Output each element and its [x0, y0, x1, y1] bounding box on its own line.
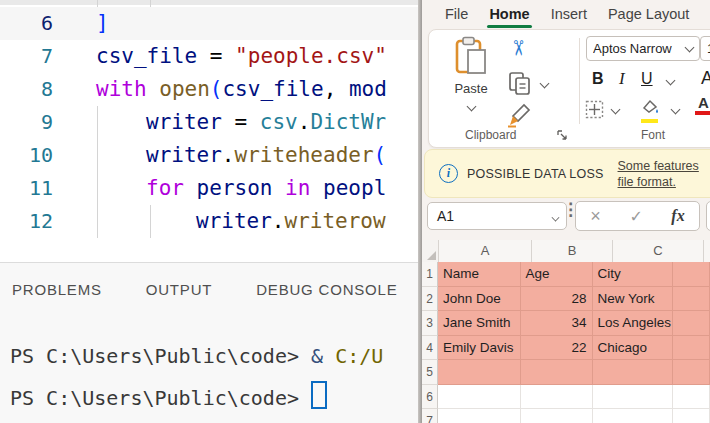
- row-header-5[interactable]: 5: [422, 360, 438, 385]
- code-line-12[interactable]: 12writer.writerow: [0, 205, 418, 238]
- ribbon-tab-insert[interactable]: Insert: [549, 2, 589, 26]
- sheet-rows: 1NameAgeCity2John Doe28New York3Jane Smi…: [422, 262, 710, 423]
- cell-D4[interactable]: [673, 336, 710, 361]
- cell-D2[interactable]: [673, 287, 710, 312]
- code-line-8[interactable]: 8with open(csv_file, mod: [0, 73, 418, 106]
- fill-bucket-icon: [641, 99, 660, 114]
- row-header-6[interactable]: 6: [422, 385, 438, 410]
- increase-font-size-button[interactable]: A: [701, 68, 710, 89]
- column-header-C[interactable]: C: [613, 240, 704, 262]
- cell-A3[interactable]: Jane Smith: [438, 311, 521, 336]
- cancel-entry-icon[interactable]: ×: [590, 206, 601, 227]
- cell-D1[interactable]: [673, 262, 710, 287]
- fill-color-button[interactable]: [641, 99, 660, 123]
- terminal[interactable]: PS C:\Users\Public\code> & C:/UPS C:\Use…: [10, 335, 418, 419]
- code-line-11[interactable]: 11for person in peopl: [0, 172, 418, 205]
- code-line-6[interactable]: 6]: [0, 7, 418, 40]
- paste-button[interactable]: Paste: [447, 36, 495, 114]
- cell-C1[interactable]: City: [593, 262, 674, 287]
- confirm-entry-icon[interactable]: ✓: [629, 207, 642, 226]
- select-all-button[interactable]: [422, 240, 439, 262]
- cell-D7[interactable]: [673, 409, 710, 423]
- cell-B1[interactable]: Age: [521, 262, 593, 287]
- ribbon-tab-home[interactable]: Home: [487, 2, 531, 26]
- line-number: 6: [0, 7, 53, 40]
- row-header-1[interactable]: 1: [422, 262, 438, 287]
- code-text: writer.writerow: [96, 205, 386, 238]
- cell-D3[interactable]: [673, 311, 710, 336]
- font-color-button[interactable]: A: [695, 96, 710, 115]
- cell-C5[interactable]: [593, 360, 674, 385]
- borders-chevron-icon[interactable]: [611, 105, 621, 115]
- copy-icon[interactable]: [507, 70, 533, 96]
- terminal-token: C:/U: [335, 344, 383, 368]
- line-number: 11: [0, 172, 53, 205]
- cell-C2[interactable]: New York: [593, 287, 674, 312]
- cell-D5[interactable]: [673, 360, 710, 385]
- column-header-row: ABC: [422, 240, 710, 263]
- code-line-9[interactable]: 9writer = csv.DictWr: [0, 106, 418, 139]
- format-painter-icon[interactable]: [503, 100, 533, 128]
- cell-C7[interactable]: [593, 409, 674, 423]
- cell-C6[interactable]: [593, 385, 674, 410]
- column-header-A[interactable]: A: [439, 240, 532, 262]
- cell-B6[interactable]: [521, 385, 593, 410]
- cell-B4[interactable]: 22: [521, 336, 593, 361]
- font-size-combo[interactable]: 11: [700, 36, 710, 61]
- bottom-panel: PROBLEMS OUTPUT DEBUG CONSOLE PS C:\User…: [0, 262, 418, 423]
- cell-C4[interactable]: Chicago: [593, 336, 674, 361]
- underline-button[interactable]: U: [641, 70, 653, 88]
- tab-problems[interactable]: PROBLEMS: [12, 281, 102, 298]
- bold-button[interactable]: B: [592, 70, 604, 88]
- token: with: [96, 77, 147, 101]
- insert-function-icon[interactable]: fx: [671, 207, 684, 225]
- paste-chevron-icon[interactable]: [466, 102, 476, 112]
- terminal-line-1: PS C:\Users\Public\code> & C:/U: [10, 335, 418, 377]
- token: writerow: [285, 209, 386, 233]
- terminal-cursor[interactable]: [311, 381, 327, 409]
- row-header-7[interactable]: 7: [422, 409, 438, 423]
- cell-D6[interactable]: [673, 385, 710, 410]
- formula-input[interactable]: Name: [706, 201, 710, 231]
- row-header-2[interactable]: 2: [422, 287, 438, 312]
- code-editor[interactable]: 6]7csv_file = "people.csv"8with open(csv…: [0, 0, 418, 262]
- name-box-value: A1: [437, 208, 454, 224]
- italic-button[interactable]: I: [619, 69, 625, 89]
- underline-chevron-icon[interactable]: [666, 76, 676, 86]
- cell-B7[interactable]: [521, 409, 593, 423]
- name-box[interactable]: A1: [427, 202, 567, 230]
- code-text: ]: [96, 7, 109, 40]
- copy-chevron-icon[interactable]: [540, 79, 550, 89]
- code-line-7[interactable]: 7csv_file = "people.csv": [0, 40, 418, 73]
- clipboard-dialog-launcher-icon[interactable]: [557, 130, 568, 141]
- font-name-combo[interactable]: Aptos Narrow: [586, 36, 700, 61]
- token: writeheader: [235, 143, 374, 167]
- cell-A5[interactable]: [438, 360, 521, 385]
- tab-output[interactable]: OUTPUT: [146, 281, 212, 298]
- ribbon-tab-file[interactable]: File: [443, 2, 470, 26]
- row-header-4[interactable]: 4: [422, 336, 438, 361]
- cell-A1[interactable]: Name: [438, 262, 521, 287]
- column-header-B[interactable]: B: [532, 240, 613, 262]
- ribbon-tab-page-layout[interactable]: Page Layout: [606, 2, 691, 26]
- cell-A2[interactable]: John Doe: [438, 287, 521, 312]
- warning-link[interactable]: Some features file format.: [618, 158, 699, 190]
- code-text: writer.writeheader(: [96, 139, 386, 172]
- font-group-label: Font: [641, 128, 665, 142]
- cell-A7[interactable]: [438, 409, 521, 423]
- token: csv_file: [222, 77, 323, 101]
- cut-scissors-icon[interactable]: ✂: [506, 39, 530, 57]
- column-header-D[interactable]: [704, 240, 710, 262]
- borders-icon[interactable]: [585, 100, 604, 119]
- tab-debug-console[interactable]: DEBUG CONSOLE: [256, 281, 397, 298]
- row-header-3[interactable]: 3: [422, 311, 438, 336]
- cell-B3[interactable]: 34: [521, 311, 593, 336]
- cell-A6[interactable]: [438, 385, 521, 410]
- cell-A4[interactable]: Emily Davis: [438, 336, 521, 361]
- code-line-10[interactable]: 10writer.writeheader(: [0, 139, 418, 172]
- cell-B5[interactable]: [521, 360, 593, 385]
- cell-C3[interactable]: Los Angeles: [593, 311, 674, 336]
- cell-B2[interactable]: 28: [521, 287, 593, 312]
- fill-color-chevron-icon[interactable]: [671, 105, 681, 115]
- terminal-token: PS C:\Users\Public\code>: [10, 386, 311, 410]
